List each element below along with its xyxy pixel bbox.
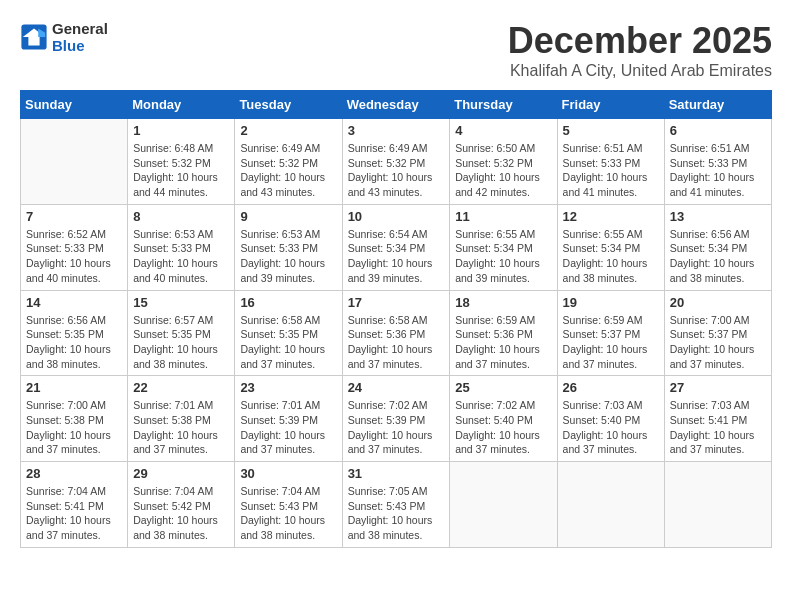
calendar-cell: 13Sunrise: 6:56 AMSunset: 5:34 PMDayligh… [664, 204, 771, 290]
weekday-header-sunday: Sunday [21, 91, 128, 119]
week-row-2: 7Sunrise: 6:52 AMSunset: 5:33 PMDaylight… [21, 204, 772, 290]
calendar-cell [450, 462, 557, 548]
day-number: 10 [348, 209, 445, 224]
calendar-cell: 31Sunrise: 7:05 AMSunset: 5:43 PMDayligh… [342, 462, 450, 548]
day-info: Sunrise: 6:49 AMSunset: 5:32 PMDaylight:… [348, 141, 445, 200]
logo-icon [20, 23, 48, 51]
day-number: 29 [133, 466, 229, 481]
calendar-cell: 9Sunrise: 6:53 AMSunset: 5:33 PMDaylight… [235, 204, 342, 290]
day-info: Sunrise: 7:02 AMSunset: 5:40 PMDaylight:… [455, 398, 551, 457]
day-info: Sunrise: 7:04 AMSunset: 5:43 PMDaylight:… [240, 484, 336, 543]
title-section: December 2025 Khalifah A City, United Ar… [508, 20, 772, 80]
day-info: Sunrise: 7:01 AMSunset: 5:38 PMDaylight:… [133, 398, 229, 457]
calendar-cell: 24Sunrise: 7:02 AMSunset: 5:39 PMDayligh… [342, 376, 450, 462]
calendar-cell: 25Sunrise: 7:02 AMSunset: 5:40 PMDayligh… [450, 376, 557, 462]
day-number: 1 [133, 123, 229, 138]
day-info: Sunrise: 6:58 AMSunset: 5:36 PMDaylight:… [348, 313, 445, 372]
day-info: Sunrise: 6:59 AMSunset: 5:36 PMDaylight:… [455, 313, 551, 372]
day-info: Sunrise: 6:56 AMSunset: 5:34 PMDaylight:… [670, 227, 766, 286]
calendar-cell: 26Sunrise: 7:03 AMSunset: 5:40 PMDayligh… [557, 376, 664, 462]
day-number: 17 [348, 295, 445, 310]
calendar-cell: 23Sunrise: 7:01 AMSunset: 5:39 PMDayligh… [235, 376, 342, 462]
weekday-header-friday: Friday [557, 91, 664, 119]
day-info: Sunrise: 6:54 AMSunset: 5:34 PMDaylight:… [348, 227, 445, 286]
calendar-cell: 16Sunrise: 6:58 AMSunset: 5:35 PMDayligh… [235, 290, 342, 376]
location-subtitle: Khalifah A City, United Arab Emirates [508, 62, 772, 80]
day-number: 8 [133, 209, 229, 224]
day-number: 13 [670, 209, 766, 224]
day-number: 3 [348, 123, 445, 138]
logo: General Blue [20, 20, 108, 54]
day-number: 9 [240, 209, 336, 224]
day-info: Sunrise: 6:56 AMSunset: 5:35 PMDaylight:… [26, 313, 122, 372]
calendar-cell: 1Sunrise: 6:48 AMSunset: 5:32 PMDaylight… [128, 119, 235, 205]
day-number: 4 [455, 123, 551, 138]
day-number: 15 [133, 295, 229, 310]
weekday-header-tuesday: Tuesday [235, 91, 342, 119]
calendar-cell: 27Sunrise: 7:03 AMSunset: 5:41 PMDayligh… [664, 376, 771, 462]
weekday-header-wednesday: Wednesday [342, 91, 450, 119]
day-number: 27 [670, 380, 766, 395]
day-info: Sunrise: 6:59 AMSunset: 5:37 PMDaylight:… [563, 313, 659, 372]
calendar-cell: 11Sunrise: 6:55 AMSunset: 5:34 PMDayligh… [450, 204, 557, 290]
page-header: General Blue December 2025 Khalifah A Ci… [20, 20, 772, 80]
week-row-5: 28Sunrise: 7:04 AMSunset: 5:41 PMDayligh… [21, 462, 772, 548]
month-title: December 2025 [508, 20, 772, 62]
day-info: Sunrise: 7:00 AMSunset: 5:37 PMDaylight:… [670, 313, 766, 372]
day-number: 26 [563, 380, 659, 395]
calendar-cell: 15Sunrise: 6:57 AMSunset: 5:35 PMDayligh… [128, 290, 235, 376]
day-number: 20 [670, 295, 766, 310]
week-row-4: 21Sunrise: 7:00 AMSunset: 5:38 PMDayligh… [21, 376, 772, 462]
day-info: Sunrise: 6:58 AMSunset: 5:35 PMDaylight:… [240, 313, 336, 372]
calendar-table: SundayMondayTuesdayWednesdayThursdayFrid… [20, 90, 772, 548]
day-number: 5 [563, 123, 659, 138]
day-number: 19 [563, 295, 659, 310]
calendar-cell: 4Sunrise: 6:50 AMSunset: 5:32 PMDaylight… [450, 119, 557, 205]
calendar-cell: 28Sunrise: 7:04 AMSunset: 5:41 PMDayligh… [21, 462, 128, 548]
day-number: 11 [455, 209, 551, 224]
calendar-cell [21, 119, 128, 205]
week-row-1: 1Sunrise: 6:48 AMSunset: 5:32 PMDaylight… [21, 119, 772, 205]
day-info: Sunrise: 6:53 AMSunset: 5:33 PMDaylight:… [240, 227, 336, 286]
week-row-3: 14Sunrise: 6:56 AMSunset: 5:35 PMDayligh… [21, 290, 772, 376]
day-info: Sunrise: 7:04 AMSunset: 5:42 PMDaylight:… [133, 484, 229, 543]
day-number: 16 [240, 295, 336, 310]
calendar-cell: 19Sunrise: 6:59 AMSunset: 5:37 PMDayligh… [557, 290, 664, 376]
day-number: 2 [240, 123, 336, 138]
calendar-cell: 21Sunrise: 7:00 AMSunset: 5:38 PMDayligh… [21, 376, 128, 462]
day-info: Sunrise: 6:57 AMSunset: 5:35 PMDaylight:… [133, 313, 229, 372]
calendar-cell [664, 462, 771, 548]
day-number: 14 [26, 295, 122, 310]
weekday-header-saturday: Saturday [664, 91, 771, 119]
logo-text: General Blue [52, 20, 108, 54]
calendar-cell: 14Sunrise: 6:56 AMSunset: 5:35 PMDayligh… [21, 290, 128, 376]
day-info: Sunrise: 7:02 AMSunset: 5:39 PMDaylight:… [348, 398, 445, 457]
calendar-cell: 2Sunrise: 6:49 AMSunset: 5:32 PMDaylight… [235, 119, 342, 205]
day-info: Sunrise: 7:03 AMSunset: 5:40 PMDaylight:… [563, 398, 659, 457]
day-number: 30 [240, 466, 336, 481]
day-number: 7 [26, 209, 122, 224]
day-info: Sunrise: 6:53 AMSunset: 5:33 PMDaylight:… [133, 227, 229, 286]
calendar-cell: 29Sunrise: 7:04 AMSunset: 5:42 PMDayligh… [128, 462, 235, 548]
calendar-cell: 7Sunrise: 6:52 AMSunset: 5:33 PMDaylight… [21, 204, 128, 290]
calendar-cell: 5Sunrise: 6:51 AMSunset: 5:33 PMDaylight… [557, 119, 664, 205]
calendar-cell: 30Sunrise: 7:04 AMSunset: 5:43 PMDayligh… [235, 462, 342, 548]
day-info: Sunrise: 6:50 AMSunset: 5:32 PMDaylight:… [455, 141, 551, 200]
day-info: Sunrise: 6:49 AMSunset: 5:32 PMDaylight:… [240, 141, 336, 200]
calendar-cell [557, 462, 664, 548]
calendar-cell: 17Sunrise: 6:58 AMSunset: 5:36 PMDayligh… [342, 290, 450, 376]
calendar-cell: 3Sunrise: 6:49 AMSunset: 5:32 PMDaylight… [342, 119, 450, 205]
day-info: Sunrise: 6:52 AMSunset: 5:33 PMDaylight:… [26, 227, 122, 286]
day-info: Sunrise: 6:55 AMSunset: 5:34 PMDaylight:… [455, 227, 551, 286]
day-number: 6 [670, 123, 766, 138]
day-number: 28 [26, 466, 122, 481]
day-number: 31 [348, 466, 445, 481]
calendar-cell: 12Sunrise: 6:55 AMSunset: 5:34 PMDayligh… [557, 204, 664, 290]
weekday-header-thursday: Thursday [450, 91, 557, 119]
day-info: Sunrise: 7:03 AMSunset: 5:41 PMDaylight:… [670, 398, 766, 457]
day-info: Sunrise: 6:51 AMSunset: 5:33 PMDaylight:… [563, 141, 659, 200]
calendar-cell: 6Sunrise: 6:51 AMSunset: 5:33 PMDaylight… [664, 119, 771, 205]
weekday-header-monday: Monday [128, 91, 235, 119]
day-number: 23 [240, 380, 336, 395]
day-number: 21 [26, 380, 122, 395]
